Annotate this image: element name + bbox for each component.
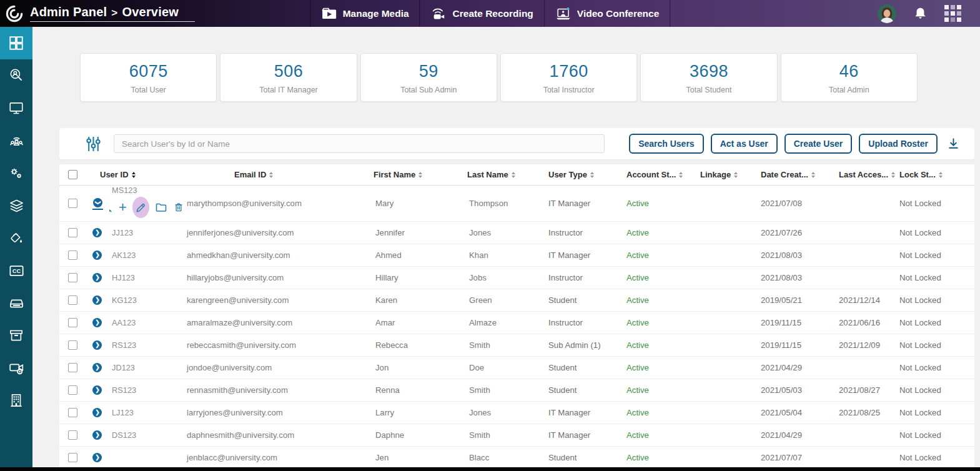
email-cell: rebeccasmith@university.com [184, 340, 372, 350]
column-header-account-status[interactable]: Account St... [625, 170, 698, 179]
account-status-cell: Active [625, 453, 698, 462]
expand-chevron-right-icon[interactable] [92, 408, 102, 417]
expand-chevron-right-icon[interactable] [92, 295, 102, 305]
table-row: HJ123 hillaryjobs@university.com Hillary… [59, 267, 974, 289]
campus-building-icon [8, 392, 24, 409]
expand-chevron-right-icon[interactable] [92, 385, 102, 395]
sidebar-item-captions[interactable]: CC [0, 254, 32, 287]
user-avatar[interactable] [878, 4, 896, 23]
add-icon[interactable]: + [119, 202, 127, 212]
collapse-chevron-down-icon[interactable] [93, 198, 102, 207]
date-created-cell: 2019/11/15 [759, 340, 837, 350]
filter-sliders-icon[interactable] [86, 135, 101, 153]
column-header-lock-status[interactable]: Lock St... [899, 170, 974, 179]
last-access-cell: 2021/08/27 [837, 385, 899, 395]
row-checkbox[interactable] [68, 363, 77, 372]
breadcrumb: Admin Panel>Overview [30, 5, 195, 22]
sidebar-item-campus[interactable] [0, 384, 32, 417]
expand-chevron-right-icon[interactable] [92, 363, 102, 372]
expand-chevron-right-icon[interactable] [92, 228, 102, 237]
table-row: LJ123 larryjones@university.com Larry Jo… [59, 402, 974, 424]
column-header-user-id[interactable]: User ID [84, 170, 184, 179]
expand-chevron-right-icon[interactable] [92, 318, 102, 327]
expand-chevron-right-icon[interactable] [92, 453, 102, 462]
expand-cell [84, 197, 109, 210]
row-checkbox[interactable] [68, 199, 77, 208]
sidebar-item-archive[interactable] [0, 319, 32, 352]
app-launcher-grid-icon[interactable] [944, 5, 961, 22]
sidebar-item-settings[interactable] [0, 157, 32, 189]
nav-manage-media[interactable]: Manage Media [310, 0, 420, 27]
lock-status-cell: Not Locked [899, 453, 974, 462]
expand-chevron-right-icon[interactable] [92, 340, 102, 350]
delete-trash-icon[interactable] [173, 202, 184, 213]
folder-icon[interactable] [155, 201, 167, 214]
row-checkbox-cell [59, 273, 84, 282]
notifications-bell-icon[interactable] [913, 6, 928, 21]
sidebar-item-dashboard[interactable] [0, 27, 32, 59]
column-header-last-name[interactable]: Last Name [465, 170, 547, 179]
search-input[interactable] [114, 134, 605, 153]
nav-label: Create Recording [453, 8, 533, 19]
upload-roster-button[interactable]: Upload Roster [859, 134, 938, 154]
column-header-linkage[interactable]: Linkage [698, 170, 759, 179]
row-checkbox[interactable] [68, 273, 77, 282]
sidebar-item-layers[interactable] [0, 189, 32, 222]
email-cell: jenblacc@university.com [184, 453, 372, 462]
reset-password-key-icon[interactable] [109, 202, 113, 214]
user-type-cell: IT Manager [547, 250, 625, 260]
stat-value: 3698 [641, 62, 776, 81]
column-header-first-name[interactable]: First Name [372, 170, 465, 179]
stat-card: 3698 Total Student [640, 53, 777, 102]
column-header-date-created[interactable]: Date Creat... [759, 170, 837, 179]
user-type-cell: Sub Admin (1) [547, 340, 625, 350]
last-name-cell: Blacc [465, 453, 547, 462]
row-checkbox[interactable] [68, 228, 77, 237]
stats-row: 6075 Total User 506 Total IT Manager 59 … [80, 53, 918, 102]
edit-highlight[interactable] [132, 197, 149, 218]
nav-video-conference[interactable]: Video Conference [544, 0, 671, 27]
sidebar-item-recordings[interactable] [0, 352, 32, 384]
column-header-last-access[interactable]: Last Acces... [837, 170, 899, 179]
sidebar-item-storage[interactable] [0, 287, 32, 319]
expand-chevron-right-icon[interactable] [92, 250, 102, 260]
row-checkbox[interactable] [68, 318, 77, 327]
sidebar-item-conference[interactable] [0, 124, 32, 157]
date-created-cell: 2021/07/26 [759, 228, 837, 237]
email-cell: marythompson@university.com [184, 199, 372, 208]
sort-icon [132, 172, 136, 178]
sort-icon [269, 172, 273, 178]
table-row: JJ123 jenniferjones@university.com Jenni… [59, 222, 974, 244]
row-checkbox[interactable] [68, 340, 77, 350]
download-icon[interactable] [946, 137, 961, 151]
column-header-user-type[interactable]: User Type [547, 170, 625, 179]
swirl-logo-icon [5, 4, 24, 23]
sidebar-item-theme[interactable] [0, 222, 32, 254]
row-checkbox[interactable] [68, 408, 77, 417]
select-all-checkbox[interactable] [68, 170, 77, 179]
sidebar-item-user-search[interactable] [0, 59, 32, 92]
expand-chevron-right-icon[interactable] [92, 430, 102, 440]
row-checkbox-cell [59, 408, 84, 417]
nav-create-recording[interactable]: Create Recording [420, 0, 544, 27]
row-checkbox[interactable] [68, 250, 77, 260]
expand-chevron-right-icon[interactable] [92, 273, 102, 282]
top-header: Admin Panel>Overview Manage Media Create… [0, 0, 980, 27]
row-checkbox[interactable] [68, 385, 77, 395]
svg-text:CC: CC [12, 268, 21, 274]
column-header-email-id[interactable]: Email ID [184, 170, 372, 179]
email-cell: ahmedkhan@university.com [184, 250, 372, 260]
search-users-button[interactable]: Search Users [629, 134, 704, 154]
nav-label: Manage Media [343, 8, 409, 19]
sidebar-item-screens[interactable] [0, 92, 32, 124]
row-checkbox[interactable] [68, 295, 77, 305]
row-checkbox[interactable] [68, 430, 77, 440]
date-created-cell: 2021/04/29 [759, 363, 837, 372]
lock-status-cell: Not Locked [899, 318, 974, 327]
row-checkbox[interactable] [68, 453, 77, 462]
create-user-button[interactable]: Create User [784, 134, 853, 154]
row-checkbox-cell [59, 295, 84, 305]
act-as-user-button[interactable]: Act as User [711, 134, 778, 154]
stat-card: 46 Total Admin [781, 53, 918, 102]
date-created-cell: 2019/11/15 [759, 318, 837, 327]
